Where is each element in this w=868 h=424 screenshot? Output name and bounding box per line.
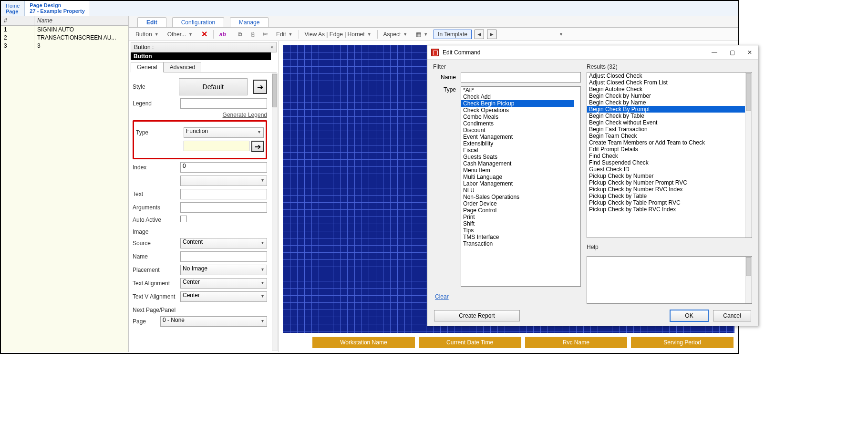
list-item[interactable]: Extensibility [461, 140, 574, 147]
canvas-status-button[interactable]: Rvc Name [525, 337, 628, 348]
list-item[interactable]: Transaction [461, 240, 574, 247]
list-item[interactable]: Begin Autofire Check [587, 86, 745, 93]
paste-icon[interactable]: ⎘ [248, 30, 257, 39]
help-textarea[interactable] [587, 256, 752, 304]
property-header-dropdown[interactable]: Button : ▾ [131, 42, 277, 52]
list-item[interactable]: Pickup Check by Table Prompt RVC [587, 199, 745, 206]
text-style-icon[interactable]: ab [217, 30, 229, 39]
list-item[interactable]: TMS Interface [461, 234, 574, 240]
text-valign-select[interactable]: Center [180, 291, 267, 302]
list-item[interactable]: Labor Management [461, 180, 574, 187]
list-item[interactable]: Pickup Check by Number Prompt RVC [587, 179, 745, 186]
list-item[interactable]: Pickup Check by Table RVC Index [587, 206, 745, 213]
filter-name-input[interactable] [461, 72, 581, 83]
table-row[interactable]: 2TRANSACTIONSCREEN AU... [1, 34, 128, 42]
list-item[interactable]: Create Team Members or Add Team to Check [587, 139, 745, 146]
copy-icon[interactable]: ⧉ [235, 30, 245, 39]
autoactive-checkbox[interactable] [180, 216, 187, 222]
toolbar-edit-menu[interactable]: Edit▼ [273, 30, 296, 39]
results-scrollbar[interactable] [745, 72, 752, 238]
list-item[interactable]: Adjust Closed Check From List [587, 79, 745, 86]
pages-table[interactable]: 1SIGNIN AUTO2TRANSACTIONSCREEN AU...33 [1, 26, 128, 352]
filter-type-list[interactable]: *All*Check AddCheck Begin PickupCheck Op… [461, 86, 581, 287]
list-item[interactable]: Guest Check ID [587, 166, 745, 173]
help-scrollbar[interactable] [745, 257, 752, 303]
index-input[interactable]: 0 [180, 162, 267, 173]
canvas-status-button[interactable]: Workstation Name [312, 337, 415, 348]
list-item[interactable]: Find Suspended Check [587, 159, 745, 166]
text-input[interactable] [180, 189, 267, 199]
index-select[interactable] [180, 176, 267, 186]
list-item[interactable]: Tips [461, 227, 574, 234]
style-picker-button[interactable]: ➔ [253, 80, 267, 94]
grid-icon[interactable]: ▦▼ [413, 30, 431, 39]
list-item[interactable]: NLU [461, 187, 574, 194]
page-select[interactable]: 0 - None [160, 316, 267, 327]
toolbar-viewas-menu[interactable]: View As | Edge | Hornet▼ [302, 30, 374, 39]
delete-icon[interactable]: ✕ [198, 29, 210, 40]
ok-button[interactable]: OK [670, 310, 708, 321]
nav-prev-icon[interactable]: ◄ [475, 30, 484, 39]
prop-tab-general[interactable]: General [131, 62, 164, 72]
list-item[interactable]: Begin Check By Prompt [587, 106, 745, 113]
canvas-status-button[interactable]: Serving Period [631, 337, 734, 348]
filter-clear-link[interactable]: Clear [435, 293, 449, 300]
list-item[interactable]: Begin Fast Transaction [587, 126, 745, 133]
list-item[interactable]: Order Device [461, 200, 574, 207]
toolbar-blank-dropdown[interactable]: ▼ [499, 31, 566, 38]
list-item[interactable]: Pickup Check by Table [587, 193, 745, 199]
source-select[interactable]: Content [180, 238, 267, 248]
tab-home-page[interactable]: Home Page [1, 1, 25, 16]
list-item[interactable]: Fiscal [461, 147, 574, 154]
tab-edit[interactable]: Edit [137, 17, 166, 27]
list-item[interactable]: Multi Language [461, 174, 574, 180]
toolbar-button-menu[interactable]: Button▼ [133, 30, 162, 39]
list-item[interactable]: Begin Check by Number [587, 93, 745, 99]
minimize-icon[interactable]: — [710, 49, 719, 56]
list-item[interactable]: Combo Meals [461, 114, 574, 120]
list-item[interactable]: Shift [461, 220, 574, 227]
text-align-select[interactable]: Center [180, 278, 267, 289]
list-item[interactable]: Begin Check by Name [587, 99, 745, 106]
list-item[interactable]: Begin Check without Event [587, 119, 745, 126]
tab-configuration[interactable]: Configuration [172, 17, 224, 27]
cut-icon[interactable]: ✄ [260, 30, 270, 39]
tab-manage[interactable]: Manage [230, 17, 269, 27]
list-item[interactable]: Begin Team Check [587, 133, 745, 139]
list-item[interactable]: Menu Item [461, 167, 574, 174]
placement-select[interactable]: No Image [180, 265, 267, 275]
generate-legend-link[interactable]: Generate Legend [133, 112, 267, 118]
list-item[interactable]: *All* [461, 87, 574, 93]
table-row[interactable]: 1SIGNIN AUTO [1, 26, 128, 34]
list-item[interactable]: Condiments [461, 120, 574, 127]
close-icon[interactable]: ✕ [745, 49, 754, 56]
list-item[interactable]: Pickup Check by Number RVC Index [587, 186, 745, 193]
legend-input[interactable] [180, 98, 267, 109]
cancel-button[interactable]: Cancel [713, 310, 751, 321]
prop-scrollbar[interactable] [272, 73, 278, 351]
maximize-icon[interactable]: ▢ [728, 49, 737, 56]
prop-tab-advanced[interactable]: Advanced [164, 62, 201, 72]
list-item[interactable]: Check Operations [461, 107, 574, 114]
list-item[interactable]: Check Add [461, 93, 574, 100]
list-item[interactable]: Find Check [587, 153, 745, 159]
results-list[interactable]: Adjust Closed CheckAdjust Closed Check F… [587, 72, 752, 238]
list-item[interactable]: Page Control [461, 207, 574, 214]
image-name-input[interactable] [180, 251, 267, 262]
toolbar-other-menu[interactable]: Other...▼ [165, 30, 196, 39]
list-item[interactable]: Edit Prompt Details [587, 146, 745, 153]
list-item[interactable]: Begin Check by Table [587, 113, 745, 119]
list-item[interactable]: Non-Sales Operations [461, 194, 574, 200]
toolbar-aspect-menu[interactable]: Aspect▼ [381, 30, 411, 39]
function-picker-button[interactable]: ➔ [251, 141, 264, 152]
table-row[interactable]: 33 [1, 42, 128, 50]
list-item[interactable]: Cash Management [461, 160, 574, 167]
nav-next-icon[interactable]: ► [487, 30, 496, 39]
create-report-button[interactable]: Create Report [434, 310, 520, 321]
list-item[interactable]: Event Management [461, 134, 574, 140]
function-input[interactable] [184, 141, 249, 151]
list-item[interactable]: Adjust Closed Check [587, 72, 745, 79]
list-item[interactable]: Pickup Check by Number [587, 173, 745, 179]
list-item[interactable]: Discount [461, 127, 574, 134]
tab-page-design[interactable]: Page Design 27 - Example Property [25, 1, 90, 16]
